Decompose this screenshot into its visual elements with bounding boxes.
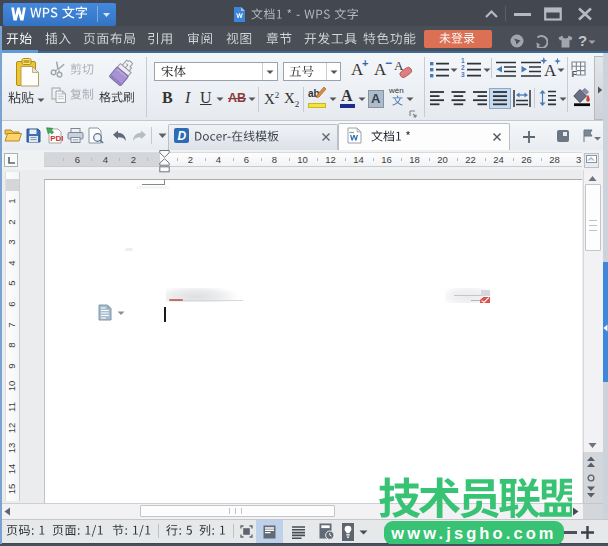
svg-text:PDF: PDF <box>50 134 63 143</box>
svg-text:F: F <box>572 69 578 77</box>
